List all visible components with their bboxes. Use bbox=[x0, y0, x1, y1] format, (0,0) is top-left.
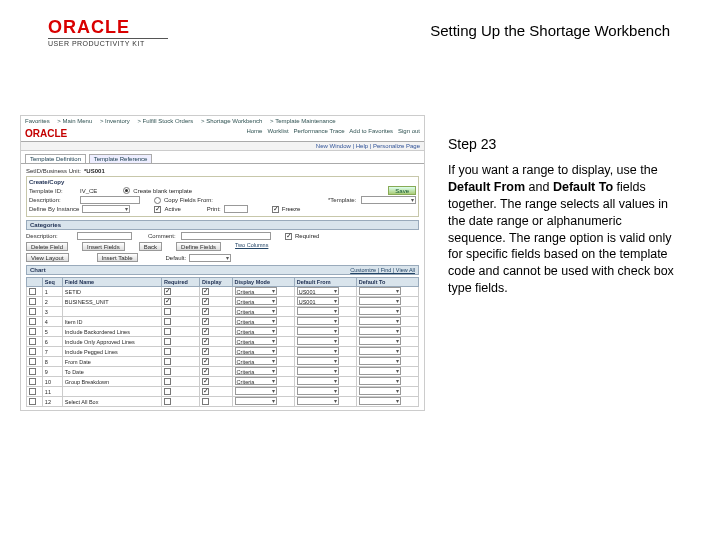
default-from-dropdown[interactable] bbox=[297, 307, 339, 315]
required-cell-checkbox[interactable] bbox=[164, 338, 171, 345]
display-cell-checkbox[interactable] bbox=[202, 398, 209, 405]
default-to-dropdown[interactable] bbox=[359, 387, 401, 395]
row-select-checkbox[interactable] bbox=[29, 378, 36, 385]
default-from-dropdown[interactable] bbox=[297, 377, 339, 385]
radio-copy-from[interactable] bbox=[154, 197, 161, 204]
default-from-dropdown[interactable] bbox=[297, 397, 339, 405]
required-cell-checkbox[interactable] bbox=[164, 378, 171, 385]
display-mode-dropdown[interactable]: Criteria bbox=[235, 337, 277, 345]
display-cell-checkbox[interactable] bbox=[202, 358, 209, 365]
row-select-checkbox[interactable] bbox=[29, 368, 36, 375]
description-input[interactable] bbox=[80, 196, 140, 204]
default-to-dropdown[interactable] bbox=[359, 297, 401, 305]
required-cell-checkbox[interactable] bbox=[164, 318, 171, 325]
display-mode-dropdown[interactable]: Criteria bbox=[235, 307, 277, 315]
default-from-dropdown[interactable] bbox=[297, 317, 339, 325]
row-select-checkbox[interactable] bbox=[29, 298, 36, 305]
required-cell-checkbox[interactable] bbox=[164, 348, 171, 355]
required-cell-checkbox[interactable] bbox=[164, 358, 171, 365]
insert-table-button[interactable]: Insert Table bbox=[97, 253, 138, 262]
required-cell-checkbox[interactable] bbox=[164, 368, 171, 375]
radio-create-blank-label: Create blank template bbox=[133, 188, 192, 194]
display-cell-checkbox[interactable] bbox=[202, 368, 209, 375]
display-cell-checkbox[interactable] bbox=[202, 328, 209, 335]
display-mode-dropdown[interactable]: Criteria bbox=[235, 317, 277, 325]
display-mode-dropdown[interactable]: Criteria bbox=[235, 327, 277, 335]
required-cell-checkbox[interactable] bbox=[164, 288, 171, 295]
display-cell-checkbox[interactable] bbox=[202, 298, 209, 305]
display-mode-dropdown[interactable]: Criteria bbox=[235, 347, 277, 355]
display-cell-checkbox[interactable] bbox=[202, 308, 209, 315]
desc2-input[interactable] bbox=[77, 232, 132, 240]
default-to-dropdown[interactable] bbox=[359, 337, 401, 345]
print-input[interactable] bbox=[224, 205, 248, 213]
display-mode-dropdown[interactable]: Criteria bbox=[235, 287, 277, 295]
row-select-checkbox[interactable] bbox=[29, 398, 36, 405]
row-select-checkbox[interactable] bbox=[29, 348, 36, 355]
display-mode-dropdown[interactable] bbox=[235, 397, 277, 405]
back-button[interactable]: Back bbox=[139, 242, 162, 251]
default-from-dropdown[interactable]: US001 bbox=[297, 287, 339, 295]
default-from-dropdown[interactable] bbox=[297, 347, 339, 355]
default-to-dropdown[interactable] bbox=[359, 347, 401, 355]
instance-dropdown[interactable] bbox=[82, 205, 130, 213]
display-mode-dropdown[interactable]: Criteria bbox=[235, 377, 277, 385]
default-from-dropdown[interactable] bbox=[297, 357, 339, 365]
default-dropdown[interactable] bbox=[189, 254, 231, 262]
display-mode-dropdown[interactable] bbox=[235, 387, 277, 395]
required-checkbox[interactable] bbox=[285, 233, 292, 240]
default-to-dropdown[interactable] bbox=[359, 287, 401, 295]
default-from-dropdown[interactable]: US001 bbox=[297, 297, 339, 305]
two-columns-link[interactable]: Two Columns bbox=[235, 242, 268, 251]
default-label: Default: bbox=[166, 255, 187, 261]
row-select-checkbox[interactable] bbox=[29, 308, 36, 315]
display-mode-dropdown[interactable]: Criteria bbox=[235, 357, 277, 365]
display-cell-checkbox[interactable] bbox=[202, 388, 209, 395]
display-cell-checkbox[interactable] bbox=[202, 318, 209, 325]
default-from-dropdown[interactable] bbox=[297, 387, 339, 395]
row-select-checkbox[interactable] bbox=[29, 388, 36, 395]
row-select-checkbox[interactable] bbox=[29, 358, 36, 365]
required-cell-checkbox[interactable] bbox=[164, 388, 171, 395]
radio-create-blank[interactable] bbox=[123, 187, 130, 194]
header-links: Home Worklist Performance Trace Add to F… bbox=[246, 128, 420, 134]
display-cell-checkbox[interactable] bbox=[202, 338, 209, 345]
chart-tools[interactable]: Customize | Find | View All bbox=[350, 267, 415, 273]
default-to-dropdown[interactable] bbox=[359, 327, 401, 335]
row-select-checkbox[interactable] bbox=[29, 288, 36, 295]
freeze-checkbox[interactable] bbox=[272, 206, 279, 213]
comment-input[interactable] bbox=[181, 232, 271, 240]
insert-fields-button[interactable]: Insert Fields bbox=[82, 242, 125, 251]
template-dropdown[interactable] bbox=[361, 196, 416, 204]
display-cell-checkbox[interactable] bbox=[202, 348, 209, 355]
display-cell-checkbox[interactable] bbox=[202, 288, 209, 295]
default-to-dropdown[interactable] bbox=[359, 397, 401, 405]
row-select-checkbox[interactable] bbox=[29, 318, 36, 325]
tab-template-definition[interactable]: Template Definition bbox=[25, 154, 86, 163]
define-fields-button[interactable]: Define Fields bbox=[176, 242, 221, 251]
row-select-checkbox[interactable] bbox=[29, 338, 36, 345]
display-mode-dropdown[interactable]: Criteria bbox=[235, 367, 277, 375]
required-cell-checkbox[interactable] bbox=[164, 328, 171, 335]
default-to-dropdown[interactable] bbox=[359, 307, 401, 315]
display-cell-checkbox[interactable] bbox=[202, 378, 209, 385]
table-row: 6Include Only Approved LinesCriteria bbox=[27, 337, 419, 347]
default-from-dropdown[interactable] bbox=[297, 337, 339, 345]
default-to-dropdown[interactable] bbox=[359, 317, 401, 325]
default-to-dropdown[interactable] bbox=[359, 357, 401, 365]
tab-template-reference[interactable]: Template Reference bbox=[89, 154, 153, 163]
required-cell-checkbox[interactable] bbox=[164, 398, 171, 405]
save-button[interactable]: Save bbox=[388, 186, 416, 195]
row-select-checkbox[interactable] bbox=[29, 328, 36, 335]
default-to-dropdown[interactable] bbox=[359, 377, 401, 385]
create-copy-heading: Create/Copy bbox=[29, 179, 416, 185]
delete-field-button[interactable]: Delete Field bbox=[26, 242, 68, 251]
required-cell-checkbox[interactable] bbox=[164, 308, 171, 315]
display-mode-dropdown[interactable]: Criteria bbox=[235, 297, 277, 305]
default-from-dropdown[interactable] bbox=[297, 367, 339, 375]
view-layout-button[interactable]: View Layout bbox=[26, 253, 69, 262]
required-cell-checkbox[interactable] bbox=[164, 298, 171, 305]
default-from-dropdown[interactable] bbox=[297, 327, 339, 335]
active-checkbox[interactable] bbox=[154, 206, 161, 213]
default-to-dropdown[interactable] bbox=[359, 367, 401, 375]
